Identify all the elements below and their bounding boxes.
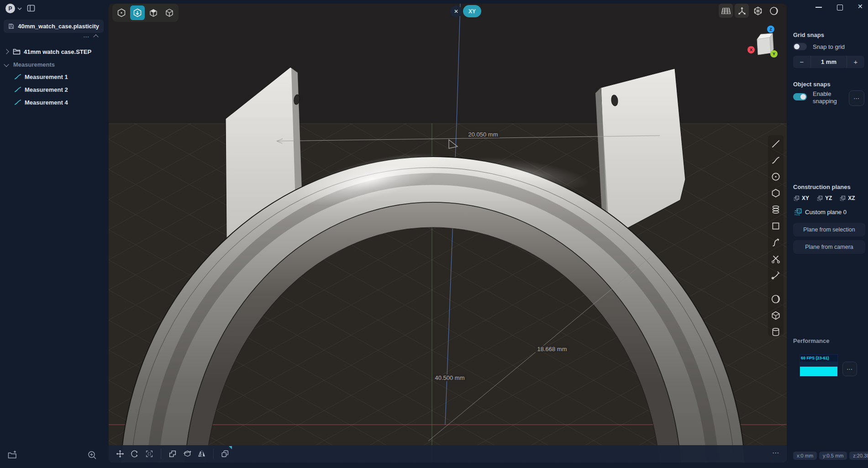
tree-row-measurements[interactable]: Measurements xyxy=(5,59,55,70)
curve-tool-icon[interactable] xyxy=(771,155,781,165)
fps-graph-bar xyxy=(800,367,837,376)
fps-monitor: 60 FPS (23-61) xyxy=(800,354,838,377)
move-icon[interactable] xyxy=(114,448,126,460)
object-snaps-more-button[interactable]: ⋯ xyxy=(849,90,864,106)
grid-size-decrement-button[interactable]: − xyxy=(793,56,810,68)
app-menu-chevron-icon[interactable] xyxy=(17,6,22,11)
sphere-tool-icon[interactable] xyxy=(771,294,781,304)
tree-row-root[interactable]: 41mm watch case.STEP xyxy=(5,46,91,57)
coordinate-y: y:0.5 mm xyxy=(819,452,847,460)
chevron-right-icon[interactable] xyxy=(4,49,9,54)
measurement-label: Measurement 2 xyxy=(25,86,68,93)
snap-to-grid-label: Snap to grid xyxy=(813,43,845,50)
active-plane-badge[interactable]: XY xyxy=(463,5,481,17)
folder-icon xyxy=(13,48,21,55)
fps-value: 60 FPS (23-61) xyxy=(800,355,837,362)
snap-to-grid-toggle[interactable] xyxy=(793,43,807,50)
trim-tool-icon[interactable] xyxy=(771,254,781,264)
toolbar-separator xyxy=(213,449,214,459)
enable-snapping-toggle[interactable] xyxy=(793,93,807,100)
window-close-button[interactable]: ✕ xyxy=(857,3,863,10)
cursor-coordinates: x:0 mm y:0.5 mm z:20.38 mm xyxy=(793,452,868,460)
construction-planes-row: XY YZ XZ xyxy=(794,195,855,201)
custom-plane-row[interactable]: Custom plane 0 xyxy=(794,208,847,216)
save-icon xyxy=(8,23,14,30)
orientation-gizmo[interactable]: Z X Y xyxy=(743,22,784,63)
new-folder-icon[interactable] xyxy=(7,450,17,460)
sidebar-toggle-icon[interactable] xyxy=(26,3,36,13)
measurement-curve-icon xyxy=(14,74,21,79)
cut-icon[interactable] xyxy=(181,448,193,460)
toolbar-more-icon[interactable]: ⋯ xyxy=(772,449,779,457)
dismiss-measurement-button[interactable]: ✕ xyxy=(450,5,462,17)
plane-xy[interactable]: XY xyxy=(794,195,809,201)
active-command-flag xyxy=(229,446,232,449)
gizmo-toggle-icon[interactable] xyxy=(735,4,749,18)
measurement-value-diagonal: 18.668 mm xyxy=(535,346,568,352)
plane-xz[interactable]: XZ xyxy=(840,195,855,201)
duplicate-icon[interactable] xyxy=(219,448,231,460)
zoom-search-icon[interactable] xyxy=(87,450,97,460)
app-logo-letter: P xyxy=(8,5,12,12)
cylinder-tool-icon[interactable] xyxy=(771,327,781,337)
grid-snaps-title: Grid snaps xyxy=(793,32,824,38)
select-point-mode-icon[interactable] xyxy=(114,5,129,20)
gizmo-cube-front[interactable] xyxy=(757,37,771,55)
tree-collapse-icon[interactable] xyxy=(93,34,98,39)
tree-row-measurement[interactable]: Measurement 2 xyxy=(14,84,68,95)
app-logo[interactable]: P xyxy=(5,4,15,13)
snap-to-grid-row: Snap to grid xyxy=(793,43,845,50)
plane-icon xyxy=(794,195,800,201)
custom-plane-icon xyxy=(794,208,802,216)
gizmo-y-label: Y xyxy=(773,52,775,56)
ellipsis-icon: ⋯ xyxy=(847,366,853,373)
chevron-down-icon[interactable] xyxy=(4,62,9,67)
grid-size-increment-button[interactable]: + xyxy=(847,56,864,68)
plane-yz[interactable]: YZ xyxy=(817,195,832,201)
select-body-mode-icon[interactable] xyxy=(162,5,177,20)
tree-row-measurement[interactable]: Measurement 1 xyxy=(14,71,68,82)
line-tool-icon[interactable] xyxy=(771,139,781,149)
window-maximize-button[interactable] xyxy=(837,5,843,11)
tree-more-icon[interactable]: ⋯ xyxy=(83,34,89,40)
tree-tools: ⋯ xyxy=(83,34,98,40)
scale-icon[interactable] xyxy=(143,448,155,460)
coordinate-z: z:20.38 mm xyxy=(849,452,868,460)
select-solid-mode-icon[interactable] xyxy=(146,5,161,20)
performance-more-button[interactable]: ⋯ xyxy=(842,362,857,376)
measurement-curve-icon xyxy=(14,100,21,105)
plane-from-selection-button[interactable]: Plane from selection xyxy=(793,223,865,237)
circle-tool-icon[interactable] xyxy=(771,172,781,182)
boolean-icon[interactable] xyxy=(167,448,179,460)
grid-size-stepper: − 1 mm + xyxy=(793,56,864,68)
box-tool-icon[interactable] xyxy=(771,310,781,321)
rectangle-tool-icon[interactable] xyxy=(771,221,781,231)
spline-tool-icon[interactable] xyxy=(771,237,781,247)
viewport-sky xyxy=(109,4,787,123)
spiral-tool-icon[interactable] xyxy=(771,205,781,215)
measurement-value-vertical: 40.500 mm xyxy=(433,374,466,381)
window-minimize-button[interactable] xyxy=(815,7,822,8)
tree-root-label: 41mm watch case.STEP xyxy=(24,48,91,55)
tree-row-measurement[interactable]: Measurement 4 xyxy=(14,97,68,108)
close-icon: ✕ xyxy=(454,8,458,15)
enable-snapping-label: Enable snapping xyxy=(813,90,846,105)
select-face-mode-icon[interactable] xyxy=(130,5,145,20)
measurement-value-top: 20.050 mm xyxy=(466,131,500,138)
file-chip[interactable]: 40mm_watch_case.plasticity xyxy=(4,20,104,33)
shading-toggle-icon[interactable] xyxy=(767,4,781,18)
enable-snapping-row: Enable snapping xyxy=(793,90,846,105)
viewport-3d[interactable]: 20.050 mm 18.668 mm 40.500 mm ✕ XY xyxy=(109,4,787,463)
mirror-icon[interactable] xyxy=(196,448,208,460)
polygon-tool-icon[interactable] xyxy=(771,188,781,198)
ortho-view-toggle-icon[interactable] xyxy=(751,4,765,18)
plane-icon xyxy=(840,195,846,201)
object-snaps-title: Object snaps xyxy=(793,81,831,88)
sidebar: P 40mm_watch_case.plasticity ⋯ 41mm watc… xyxy=(0,0,109,468)
measurement-label: Measurement 1 xyxy=(25,74,68,80)
grid-display-toggle-icon[interactable] xyxy=(719,4,733,18)
grid-size-value[interactable]: 1 mm xyxy=(810,56,847,68)
offset-curve-tool-icon[interactable] xyxy=(771,270,781,280)
plane-from-camera-button[interactable]: Plane from camera xyxy=(793,240,865,254)
rotate-icon[interactable] xyxy=(129,448,141,460)
